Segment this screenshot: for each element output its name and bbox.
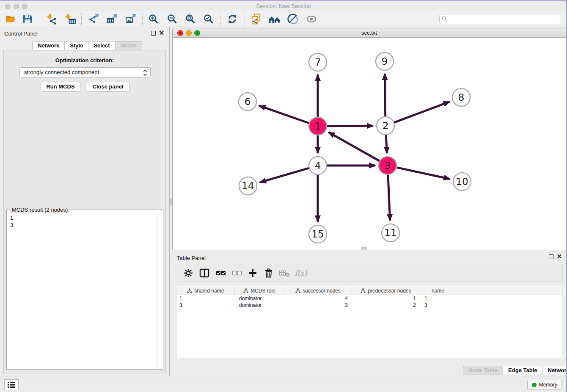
open-folder-icon <box>5 14 16 25</box>
close-panel-button[interactable]: Close panel <box>86 82 130 92</box>
toggle-birdseye-button[interactable] <box>303 12 319 26</box>
graph-edge-2-9[interactable] <box>385 74 385 116</box>
network-maximize-button[interactable]: + <box>194 30 200 36</box>
table-row[interactable]: 3dominator323 <box>177 302 563 309</box>
function-builder-button[interactable]: f(x) <box>294 266 308 280</box>
result-line: 3 <box>10 221 152 229</box>
column-settings-button[interactable] <box>181 266 195 280</box>
horizontal-splitter-grip[interactable] <box>361 247 367 250</box>
maximize-window-button[interactable] <box>22 4 28 9</box>
network-close-button[interactable]: ✕ <box>177 30 183 36</box>
tab-network-table[interactable]: Network Table <box>543 366 567 375</box>
zoom-out-button[interactable] <box>164 12 180 26</box>
deselect-all-button[interactable] <box>230 266 244 280</box>
toolbar-separator <box>142 13 143 25</box>
table-cell[interactable]: 2 <box>352 302 420 309</box>
table-cell[interactable]: 1 <box>352 295 420 302</box>
graph-edge-3-11[interactable] <box>388 175 390 221</box>
column-header-successor-nodes[interactable]: successor nodes <box>284 287 352 295</box>
zoom-in-button[interactable] <box>146 12 162 26</box>
network-canvas[interactable]: 1234678910111415 <box>173 38 566 250</box>
table-cell[interactable]: 1 <box>177 295 235 302</box>
result-scrollbar[interactable] <box>157 210 162 369</box>
tab-node-table[interactable]: Node Table <box>463 366 503 375</box>
control-panel-title: Control Panel <box>4 30 38 37</box>
delete-table-button[interactable] <box>277 266 292 280</box>
clone-network-icon <box>250 14 261 25</box>
export-table-button[interactable] <box>104 12 120 26</box>
export-network-button[interactable] <box>85 12 102 26</box>
table-scrollbar[interactable] <box>562 286 566 358</box>
criterion-select[interactable]: strongly connected component <box>19 67 151 77</box>
float-table-panel-icon[interactable] <box>549 254 553 259</box>
import-network-button[interactable] <box>44 12 60 26</box>
log-console-button[interactable] <box>4 379 19 390</box>
split-table-button[interactable] <box>197 266 212 280</box>
tab-network[interactable]: Network <box>33 41 65 50</box>
graph-node-label: 8 <box>458 92 465 103</box>
zoom-fit-button[interactable] <box>182 12 198 26</box>
graph-edge-1-6[interactable] <box>259 106 309 123</box>
table-cell[interactable]: 4 <box>284 295 352 302</box>
criterion-value: strongly connected component <box>24 69 99 75</box>
panel-splitter[interactable] <box>169 27 172 376</box>
trash-icon <box>264 268 273 278</box>
graph-edge-3-1[interactable] <box>328 132 380 161</box>
graph-edge-2-3[interactable] <box>386 135 387 153</box>
mcds-result-text[interactable]: 13 <box>7 213 156 367</box>
plus-icon <box>248 268 257 278</box>
zoom-selected-button[interactable] <box>201 12 217 26</box>
refresh-layout-button[interactable] <box>224 12 240 26</box>
tab-style[interactable]: Style <box>65 41 88 50</box>
table-cell[interactable]: 3 <box>177 302 235 309</box>
open-file-button[interactable] <box>3 12 19 26</box>
graph-node-label: 6 <box>245 96 251 107</box>
minimize-window-button[interactable] <box>14 4 19 9</box>
column-type-icon <box>361 288 366 293</box>
add-column-button[interactable] <box>245 266 260 280</box>
column-header-predecessor-nodes[interactable]: predecessor nodes <box>352 287 420 295</box>
graph-edge-2-8[interactable] <box>394 102 450 122</box>
fx-icon: f(x) <box>295 269 307 277</box>
search-input[interactable] <box>439 14 561 24</box>
close-panel-icon[interactable]: ✕ <box>159 29 164 37</box>
import-table-button[interactable] <box>63 12 79 26</box>
network-minimize-button[interactable]: − <box>186 30 192 36</box>
table-row[interactable]: 1dominator411 <box>177 295 563 302</box>
graph-node-label: 11 <box>384 227 396 238</box>
column-header-name[interactable]: name <box>420 287 456 295</box>
network-home-button[interactable] <box>267 12 283 26</box>
memory-button[interactable]: Memory <box>527 380 562 390</box>
clone-network-button[interactable] <box>248 12 264 26</box>
run-mcds-button[interactable]: Run MCDS <box>41 82 80 92</box>
close-table-panel-icon[interactable]: ✕ <box>556 253 562 260</box>
table-panel: Table Panel ✕ <box>172 252 566 376</box>
mcds-result-title: MCDS result (2 nodes) <box>10 207 69 213</box>
delete-column-button[interactable] <box>261 266 276 280</box>
close-window-button[interactable] <box>5 4 11 9</box>
column-header-label: predecessor nodes <box>368 288 411 294</box>
table-cell[interactable]: dominator <box>235 295 284 302</box>
graph-edge-4-14[interactable] <box>260 168 309 182</box>
select-all-button[interactable] <box>214 266 228 280</box>
table-cell[interactable]: dominator <box>235 302 284 309</box>
float-panel-icon[interactable] <box>151 31 156 36</box>
table-cell[interactable]: 3 <box>420 302 456 309</box>
graph-edge-3-10[interactable] <box>397 168 450 179</box>
tab-edge-table[interactable]: Edge Table <box>503 366 542 375</box>
table-cell[interactable]: 3 <box>284 302 352 309</box>
graph-edge-1-2[interactable] <box>327 126 373 126</box>
tab-mcds[interactable]: MCDS <box>116 41 142 50</box>
toggle-style-button[interactable] <box>285 12 301 26</box>
zoom-in-icon <box>148 14 159 25</box>
column-header-shared-name[interactable]: shared name <box>177 287 235 295</box>
search-box <box>439 14 561 24</box>
save-session-button[interactable] <box>19 12 36 26</box>
app-titlebar: Session: New Session <box>0 1 567 11</box>
table-cell[interactable]: 1 <box>420 295 456 302</box>
export-image-button[interactable] <box>123 12 139 26</box>
column-header-MCDS-role[interactable]: MCDS role <box>235 287 284 295</box>
network-window-titlebar[interactable]: ✕ − + scc.txt <box>173 28 566 38</box>
tab-select[interactable]: Select <box>88 41 115 50</box>
zoom-out-icon <box>167 14 178 25</box>
